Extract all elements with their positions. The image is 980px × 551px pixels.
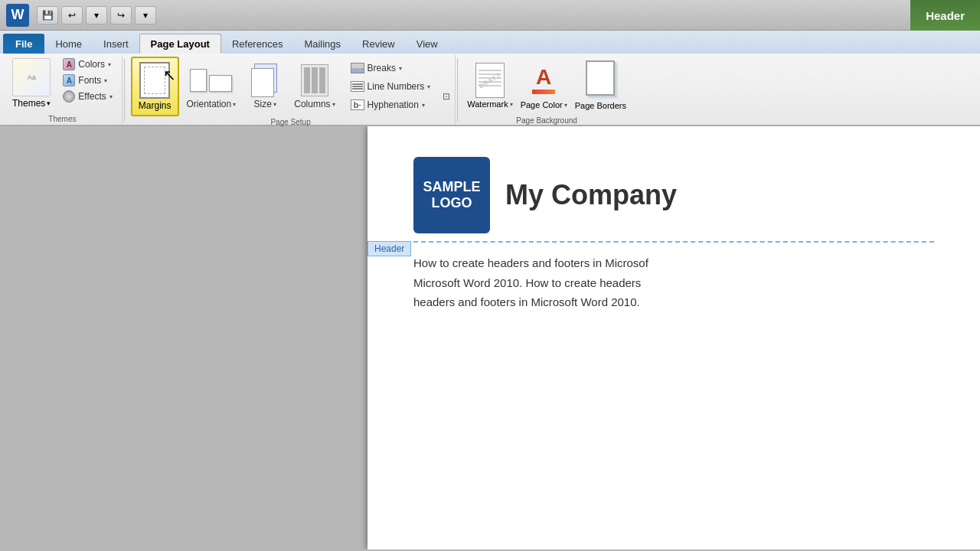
colors-icon: A xyxy=(63,58,75,70)
ribbon-body: Aa Themes ▾ A Colors ▾ A xyxy=(0,54,980,126)
company-name: My Company xyxy=(505,179,677,211)
hyphenation-icon: b- xyxy=(351,99,364,110)
breaks-stack: Breaks ▾ Line Numbers ▾ b- Hyphenation ▾ xyxy=(343,57,439,116)
effects-icon xyxy=(63,90,75,103)
size-label: Size xyxy=(254,99,272,109)
tab-references[interactable]: References xyxy=(221,34,293,54)
orientation-chevron-icon: ▾ xyxy=(233,101,236,108)
document-page: SAMPLE LOGO My Company Header How to cre… xyxy=(368,126,980,549)
save-button[interactable]: 💾 xyxy=(37,6,58,24)
colors-chevron-icon: ▾ xyxy=(108,61,111,68)
watermark-button[interactable]: DRAFT Watermark ▾ xyxy=(464,57,515,115)
page-borders-label: Page Borders xyxy=(575,101,626,110)
word-icon: W xyxy=(6,4,29,27)
page-color-icon: A xyxy=(528,62,559,99)
effects-button[interactable]: Effects ▾ xyxy=(58,89,116,104)
page-background-group: DRAFT Watermark ▾ A Page Color ▾ xyxy=(459,55,634,125)
size-button[interactable]: Size ▾ xyxy=(243,57,286,116)
header-context-tab[interactable]: Header xyxy=(910,0,980,31)
themes-button[interactable]: Aa Themes ▾ xyxy=(8,57,55,110)
document-area: SAMPLE LOGO My Company Header How to cre… xyxy=(0,126,980,549)
columns-button[interactable]: Columns ▾ xyxy=(289,57,339,116)
page-borders-icon xyxy=(585,60,616,96)
document-left-margin xyxy=(0,126,368,549)
tab-mailings[interactable]: Mailings xyxy=(293,34,351,54)
line-numbers-button[interactable]: Line Numbers ▾ xyxy=(346,78,436,95)
orientation-icon xyxy=(196,64,227,97)
margins-label: Margins xyxy=(139,100,172,111)
page-color-label: Page Color xyxy=(521,100,563,109)
margins-icon xyxy=(139,62,170,99)
page-setup-group: Margins ↖ Orientation ▾ xyxy=(126,55,456,125)
watermark-chevron-icon: ▾ xyxy=(510,101,513,108)
separator-1 xyxy=(124,58,125,122)
quick-access-toolbar: 💾 ↩ ▾ ↪ ▾ xyxy=(37,6,156,24)
tab-view[interactable]: View xyxy=(406,34,449,54)
page-setup-group-label: Page Setup xyxy=(131,116,450,126)
header-dashed-line: Header xyxy=(413,241,934,243)
page-borders-button[interactable]: Page Borders xyxy=(572,57,629,115)
themes-label: Themes xyxy=(12,98,45,109)
body-line-1: How to create headers and footers in Mic… xyxy=(413,253,934,273)
fonts-chevron-icon: ▾ xyxy=(104,77,107,84)
header-label-tab[interactable]: Header xyxy=(368,241,411,256)
themes-icon: Aa xyxy=(12,58,51,96)
colors-button[interactable]: A Colors ▾ xyxy=(58,57,116,72)
tab-page-layout[interactable]: Page Layout xyxy=(139,34,221,54)
themes-group-label: Themes xyxy=(8,113,117,123)
effects-chevron-icon: ▾ xyxy=(109,93,113,100)
breaks-chevron-icon: ▾ xyxy=(399,65,402,72)
themes-chevron-icon: ▾ xyxy=(47,99,51,107)
document-body-text: How to create headers and footers in Mic… xyxy=(413,253,934,312)
ribbon-tab-bar: File Home Insert Page Layout References … xyxy=(0,31,980,54)
themes-small-buttons: A Colors ▾ A Fonts ▾ Effects ▾ xyxy=(58,57,116,104)
margins-button[interactable]: Margins xyxy=(131,57,179,116)
page-color-button[interactable]: A Page Color ▾ xyxy=(518,57,570,115)
breaks-icon xyxy=(351,63,364,73)
separator-2 xyxy=(457,58,458,122)
size-chevron-icon: ▾ xyxy=(273,101,276,108)
fonts-icon: A xyxy=(63,74,75,86)
undo-arrow-button[interactable]: ▾ xyxy=(86,6,107,24)
tab-file[interactable]: File xyxy=(3,34,44,54)
hyphenation-button[interactable]: b- Hyphenation ▾ xyxy=(346,96,436,113)
page-color-chevron-icon: ▾ xyxy=(564,102,567,109)
tab-review[interactable]: Review xyxy=(351,34,406,54)
tab-insert[interactable]: Insert xyxy=(93,34,139,54)
size-icon xyxy=(250,64,280,97)
undo-button[interactable]: ↩ xyxy=(61,6,83,24)
body-line-2: Microsoft Word 2010. How to create heade… xyxy=(413,273,934,293)
watermark-icon: DRAFT xyxy=(475,63,505,98)
body-line-3: headers and footers in Microsoft Word 20… xyxy=(413,292,934,312)
qat-more-button[interactable]: ▾ xyxy=(135,6,156,24)
page-background-group-label: Page Background xyxy=(464,115,629,125)
columns-label: Columns xyxy=(294,99,330,109)
redo-button[interactable]: ↪ xyxy=(110,6,132,24)
breaks-button[interactable]: Breaks ▾ xyxy=(346,60,436,77)
document-header-content: SAMPLE LOGO My Company xyxy=(413,157,934,233)
themes-group: Aa Themes ▾ A Colors ▾ A xyxy=(3,55,122,125)
columns-chevron-icon: ▾ xyxy=(332,101,335,108)
orientation-button[interactable]: Orientation ▾ xyxy=(182,57,241,116)
tab-home[interactable]: Home xyxy=(44,34,93,54)
columns-icon xyxy=(299,64,330,97)
sample-logo: SAMPLE LOGO xyxy=(413,157,490,233)
orientation-label: Orientation xyxy=(187,99,232,109)
hyphenation-chevron-icon: ▾ xyxy=(422,102,425,109)
watermark-label: Watermark xyxy=(467,99,508,109)
fonts-button[interactable]: A Fonts ▾ xyxy=(58,73,116,88)
line-numbers-icon xyxy=(351,81,364,92)
line-numbers-chevron-icon: ▾ xyxy=(427,83,430,90)
page-setup-dialog-launcher[interactable]: ⊡ xyxy=(443,89,450,103)
